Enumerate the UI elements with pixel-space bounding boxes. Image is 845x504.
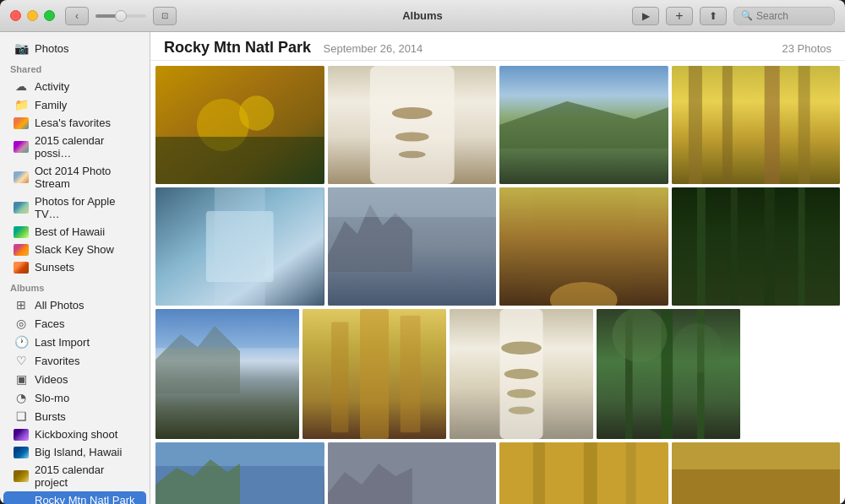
svg-point-40 <box>501 342 542 355</box>
folder-icon: 📁 <box>14 98 29 111</box>
maximize-button[interactable] <box>44 10 55 21</box>
heart-icon: ♡ <box>14 354 29 367</box>
svg-point-2 <box>239 95 274 130</box>
photo-cell[interactable] <box>328 187 497 306</box>
content-header: Rocky Mtn Natl Park September 26, 2014 2… <box>150 32 845 61</box>
expand-button[interactable]: ⊡ <box>153 7 177 25</box>
svg-point-43 <box>509 407 535 415</box>
size-slider[interactable] <box>95 14 146 18</box>
photo-cell[interactable] <box>155 442 324 504</box>
sidebar-item-best-hawaii[interactable]: Best of Hawaii <box>3 223 146 241</box>
sidebar-label: Faces <box>35 317 64 330</box>
close-button[interactable] <box>10 10 21 21</box>
search-icon: 🔍 <box>741 10 753 21</box>
photo-thumb-icon <box>14 447 29 458</box>
minimize-button[interactable] <box>27 10 38 21</box>
share-button[interactable]: ⬆ <box>700 7 727 25</box>
face-icon: ◎ <box>14 317 29 330</box>
content-area: Rocky Mtn Natl Park September 26, 2014 2… <box>150 32 845 504</box>
search-box[interactable]: 🔍 <box>733 7 835 25</box>
svg-point-6 <box>391 107 432 119</box>
photo-cell[interactable] <box>672 442 841 504</box>
clock-icon: 🕐 <box>14 335 29 349</box>
sidebar-label: Activity <box>35 80 69 93</box>
sidebar-item-2015-calendar[interactable]: 2015 calendar possi… <box>3 132 146 162</box>
sidebar-item-lesas-favorites[interactable]: Lesa's favorites <box>3 114 146 132</box>
sidebar-item-all-photos[interactable]: ⊞ All Photos <box>3 295 146 314</box>
sidebar-item-kickboxing[interactable]: Kickboxing shoot <box>3 425 146 443</box>
play-button[interactable]: ▶ <box>632 7 659 25</box>
svg-point-7 <box>395 132 428 141</box>
sidebar-item-faces[interactable]: ◎ Faces <box>3 314 146 333</box>
search-input[interactable] <box>756 10 832 22</box>
svg-rect-36 <box>331 322 348 432</box>
sidebar-item-oct-2014[interactable]: Oct 2014 Photo Stream <box>3 162 146 192</box>
toolbar-right: ▶ + ⬆ 🔍 <box>632 7 835 25</box>
shared-section-label: Shared <box>0 57 150 77</box>
sidebar-item-photos-apple[interactable]: Photos for Apple TV… <box>3 192 146 223</box>
photo-cell[interactable] <box>328 66 497 184</box>
sidebar-label: Rocky Mtn Natl Park <box>35 494 134 504</box>
sidebar-item-photos[interactable]: 📷 Photos <box>3 39 146 57</box>
svg-rect-33 <box>155 309 299 348</box>
svg-rect-3 <box>155 137 324 184</box>
photo-thumb-icon <box>14 202 29 214</box>
sidebar-label: Slack Key Show <box>35 243 114 256</box>
photo-thumb-icon <box>14 226 29 238</box>
sidebar-item-slack-key[interactable]: Slack Key Show <box>3 241 146 258</box>
photo-cell[interactable] <box>499 187 668 306</box>
photo-cell[interactable] <box>328 442 497 504</box>
photo-cell[interactable] <box>155 309 299 439</box>
sidebar-item-bursts[interactable]: ❑ Bursts <box>3 407 146 425</box>
photo-thumb-icon <box>14 244 29 256</box>
photo-cell[interactable] <box>499 66 668 184</box>
add-button[interactable]: + <box>666 7 693 25</box>
sidebar-label: 2015 calendar possi… <box>35 134 136 160</box>
sidebar-item-sunsets[interactable]: Sunsets <box>3 258 146 276</box>
svg-point-8 <box>398 151 425 158</box>
photo-cell[interactable] <box>499 442 668 504</box>
photo-cell[interactable] <box>672 66 841 184</box>
svg-rect-21 <box>328 187 497 217</box>
sidebar-label: Best of Hawaii <box>35 225 105 238</box>
photo-cell[interactable] <box>303 309 446 439</box>
back-button[interactable]: ‹ <box>65 7 89 25</box>
photo-cell[interactable] <box>155 66 324 184</box>
window-controls <box>10 10 55 21</box>
sidebar-label: Slo-mo <box>35 392 69 404</box>
photo-cell[interactable] <box>450 309 593 439</box>
sidebar-item-family[interactable]: 📁 Family <box>3 95 146 114</box>
photo-thumb-icon <box>14 470 29 482</box>
sidebar-item-activity[interactable]: ☁ Activity <box>3 77 146 95</box>
photo-cell[interactable] <box>597 309 740 439</box>
photo-row-2 <box>155 187 840 306</box>
titlebar: ‹ ⊡ Albums ▶ + ⬆ 🔍 <box>0 0 845 32</box>
album-title: Rocky Mtn Natl Park <box>164 39 311 56</box>
svg-rect-37 <box>401 316 421 433</box>
sidebar-label: Photos for Apple TV… <box>35 195 136 220</box>
sidebar-label: All Photos <box>35 299 84 312</box>
svg-rect-5 <box>369 66 454 184</box>
svg-point-41 <box>504 369 539 379</box>
sidebar-label-photos: Photos <box>35 42 68 55</box>
sidebar-item-rocky-mtn[interactable]: Rocky Mtn Natl Park <box>3 491 146 504</box>
sidebar-label: Bursts <box>35 410 66 423</box>
svg-rect-60 <box>672 442 841 469</box>
photo-thumb-icon <box>14 141 29 153</box>
sidebar-item-videos[interactable]: ▣ Videos <box>3 370 146 388</box>
photo-grid <box>150 61 845 504</box>
photo-cell[interactable] <box>155 187 324 306</box>
svg-rect-15 <box>798 66 810 184</box>
burst-icon: ❑ <box>14 409 29 423</box>
sidebar-item-last-import[interactable]: 🕐 Last Import <box>3 333 146 351</box>
sidebar-item-favorites[interactable]: ♡ Favorites <box>3 351 146 370</box>
sidebar-item-2015-cal-project[interactable]: 2015 calendar project <box>3 461 146 491</box>
photo-cell[interactable] <box>672 187 841 306</box>
sidebar-label: 2015 calendar project <box>35 463 136 489</box>
svg-rect-13 <box>722 66 732 184</box>
svg-point-49 <box>673 323 722 372</box>
sidebar-item-big-island[interactable]: Big Island, Hawaii <box>3 443 146 461</box>
photo-thumb-icon <box>14 171 29 183</box>
photo-row-1 <box>155 66 840 184</box>
sidebar-item-slo-mo[interactable]: ◔ Slo-mo <box>3 388 146 407</box>
